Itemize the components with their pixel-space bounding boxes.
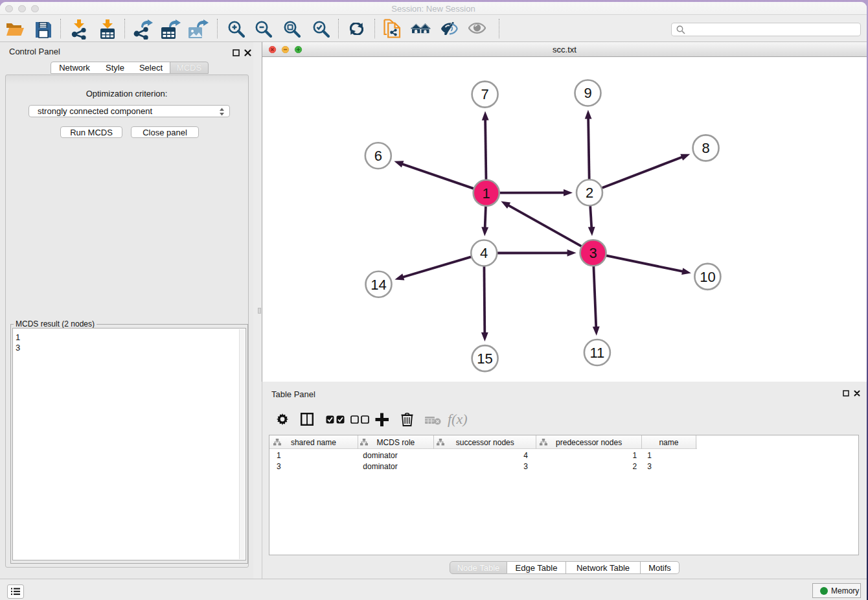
svg-text:15: 15 xyxy=(477,351,492,367)
svg-text:10: 10 xyxy=(700,269,715,285)
svg-text:4: 4 xyxy=(480,245,488,261)
svg-text:1: 1 xyxy=(483,185,490,202)
svg-text:8: 8 xyxy=(702,140,709,156)
svg-text:2: 2 xyxy=(586,185,593,201)
svg-text:7: 7 xyxy=(481,86,488,102)
svg-text:9: 9 xyxy=(584,85,591,101)
svg-text:6: 6 xyxy=(374,148,382,164)
svg-text:3: 3 xyxy=(589,245,597,261)
svg-text:11: 11 xyxy=(589,345,604,361)
svg-text:14: 14 xyxy=(371,277,386,293)
